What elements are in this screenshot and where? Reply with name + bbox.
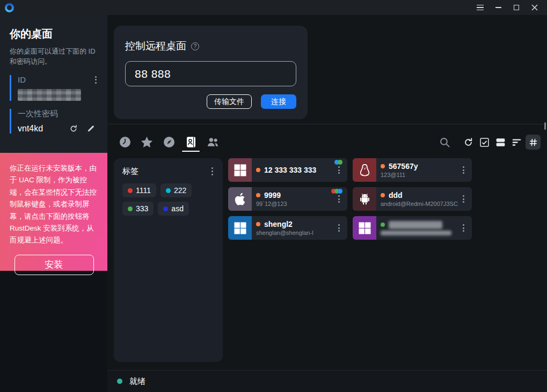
tag-color-dot bbox=[128, 188, 133, 193]
peer-status-dot bbox=[381, 193, 385, 197]
peer-card[interactable]: 9999 99`12@123 bbox=[228, 187, 347, 211]
rustdesk-window: 你的桌面 你的桌面可以通过下面的 ID 和密码访问。 ID 一次性密码 vnt4… bbox=[0, 0, 547, 392]
scrollbar-thumb[interactable] bbox=[544, 122, 546, 130]
remote-id-input[interactable] bbox=[125, 61, 296, 86]
peer-hostname: shenglan@shenglan-l bbox=[256, 230, 347, 236]
tag-chip[interactable]: 333 bbox=[122, 202, 154, 216]
card-view-icon[interactable] bbox=[493, 135, 507, 149]
peer-name: shengl2 bbox=[264, 220, 293, 228]
tag-color-dot bbox=[128, 206, 133, 211]
tag-chip-list: 1111 222 333 asd bbox=[122, 183, 215, 216]
peer-os-icon bbox=[353, 216, 376, 240]
peer-status-dot bbox=[256, 222, 260, 226]
peer-os-icon bbox=[228, 187, 252, 211]
tag-color-dot bbox=[166, 188, 171, 193]
peer-info: shengl2 shenglan@shenglan-l bbox=[252, 216, 347, 240]
sort-by-icon[interactable] bbox=[509, 135, 523, 149]
id-label: ID bbox=[18, 75, 26, 84]
peer-tag-dots bbox=[333, 189, 342, 194]
peer-menu-button[interactable] bbox=[461, 223, 466, 233]
tag-label: 222 bbox=[174, 186, 186, 195]
peer-tag-dots bbox=[336, 160, 342, 165]
peer-card[interactable]: shengl2 shenglan@shenglan-l bbox=[228, 216, 347, 240]
titlebar bbox=[0, 0, 547, 15]
close-icon[interactable] bbox=[526, 0, 544, 15]
id-field: ID bbox=[10, 75, 99, 101]
peer-hostname: 99`12@123 bbox=[256, 201, 347, 207]
peer-menu-button[interactable] bbox=[461, 194, 466, 204]
peer-name: 9999 bbox=[264, 191, 281, 199]
sidebar: 你的桌面 你的桌面可以通过下面的 ID 和密码访问。 ID 一次性密码 vnt4… bbox=[0, 15, 107, 392]
control-remote-desktop-panel: 控制远程桌面 ? 传输文件 连接 bbox=[114, 26, 308, 119]
peer-info: 12 333 333 333 bbox=[252, 158, 347, 182]
tag-label: 1111 bbox=[136, 186, 151, 195]
peer-os-icon bbox=[353, 158, 376, 182]
peer-menu-button[interactable] bbox=[336, 194, 342, 204]
peer-os-icon bbox=[228, 216, 252, 240]
connection-status-text: 就绪 bbox=[129, 376, 145, 387]
main-area: 控制远程桌面 ? 传输文件 连接 bbox=[107, 15, 547, 392]
install-warning-text: 你正在运行未安装版本，由于 UAC 限制，作为被控端，会在某些情况下无法控制鼠标… bbox=[10, 162, 98, 247]
peer-card[interactable] bbox=[353, 216, 472, 240]
tag-chip[interactable]: 1111 bbox=[122, 183, 156, 197]
refresh-password-icon[interactable] bbox=[69, 124, 78, 134]
help-icon[interactable]: ? bbox=[191, 42, 199, 50]
peer-menu-button[interactable] bbox=[336, 223, 342, 233]
sidebar-subtitle: 你的桌面可以通过下面的 ID 和密码访问。 bbox=[10, 47, 99, 67]
search-icon[interactable] bbox=[437, 135, 451, 149]
password-value: vnt4kd bbox=[18, 124, 43, 134]
tab-discovered[interactable] bbox=[162, 134, 176, 151]
install-warning-panel: 你正在运行未安装版本，由于 UAC 限制，作为被控端，会在某些情况下无法控制鼠标… bbox=[0, 153, 107, 271]
tags-panel: 标签 1111 222 333 asd bbox=[114, 158, 223, 362]
rustdesk-logo-icon bbox=[5, 3, 14, 12]
section-divider bbox=[107, 124, 547, 124]
peer-tabs bbox=[118, 132, 220, 152]
tags-menu-button[interactable] bbox=[209, 166, 215, 176]
peer-card[interactable]: 567567y 123@111 bbox=[353, 158, 472, 182]
peer-status-dot bbox=[256, 193, 260, 197]
peer-menu-button[interactable] bbox=[461, 165, 466, 175]
minimize-icon[interactable] bbox=[489, 0, 507, 15]
password-field: 一次性密码 vnt4kd bbox=[10, 109, 99, 134]
peer-status-dot bbox=[381, 223, 385, 227]
statusbar: 就绪 bbox=[107, 370, 547, 392]
panel-title: 控制远程桌面 bbox=[125, 39, 186, 53]
peer-card[interactable]: 12 333 333 333 bbox=[228, 158, 347, 182]
edit-password-icon[interactable] bbox=[86, 124, 96, 133]
tab-address-book[interactable] bbox=[184, 134, 198, 151]
hamburger-menu-icon[interactable] bbox=[471, 0, 489, 15]
tab-groups[interactable] bbox=[206, 134, 220, 151]
peer-name bbox=[389, 221, 442, 229]
tab-favorites[interactable] bbox=[140, 134, 154, 151]
peer-os-icon bbox=[228, 158, 252, 182]
password-label: 一次性密码 bbox=[18, 109, 58, 118]
grid-view-icon[interactable] bbox=[526, 135, 541, 150]
peer-actions bbox=[437, 132, 541, 152]
peer-info: ddd android@Redmi-M2007J3SC bbox=[376, 187, 472, 211]
peer-menu-button[interactable] bbox=[336, 165, 342, 175]
connect-button[interactable]: 连接 bbox=[261, 94, 296, 109]
maximize-icon[interactable] bbox=[507, 0, 526, 15]
id-menu-button[interactable] bbox=[93, 75, 99, 85]
peer-name: 12 333 333 333 bbox=[264, 166, 316, 174]
tag-label: asd bbox=[171, 204, 184, 213]
your-desktop-section: 你的桌面 你的桌面可以通过下面的 ID 和密码访问。 ID 一次性密码 vnt4… bbox=[0, 15, 107, 153]
refresh-icon[interactable] bbox=[461, 135, 475, 149]
peer-hostname: android@Redmi-M2007J3SC bbox=[381, 201, 472, 207]
connection-status-dot bbox=[117, 379, 122, 384]
peer-hostname bbox=[381, 231, 451, 235]
transfer-file-button[interactable]: 传输文件 bbox=[207, 94, 252, 109]
peer-status-dot bbox=[381, 164, 385, 168]
tag-chip[interactable]: 222 bbox=[161, 183, 192, 197]
tab-recent-sessions[interactable] bbox=[118, 134, 132, 151]
install-button[interactable]: 安装 bbox=[14, 255, 94, 275]
id-value-redacted bbox=[18, 89, 81, 101]
peer-name: 567567y bbox=[389, 162, 418, 171]
sidebar-title: 你的桌面 bbox=[10, 27, 99, 41]
select-checkbox-icon[interactable] bbox=[477, 135, 491, 149]
tag-chip[interactable]: asd bbox=[158, 202, 189, 216]
peer-card[interactable]: ddd android@Redmi-M2007J3SC bbox=[353, 187, 472, 211]
tag-label: 333 bbox=[136, 204, 148, 213]
tags-title: 标签 bbox=[122, 166, 138, 176]
tag-color-dot bbox=[163, 206, 168, 211]
